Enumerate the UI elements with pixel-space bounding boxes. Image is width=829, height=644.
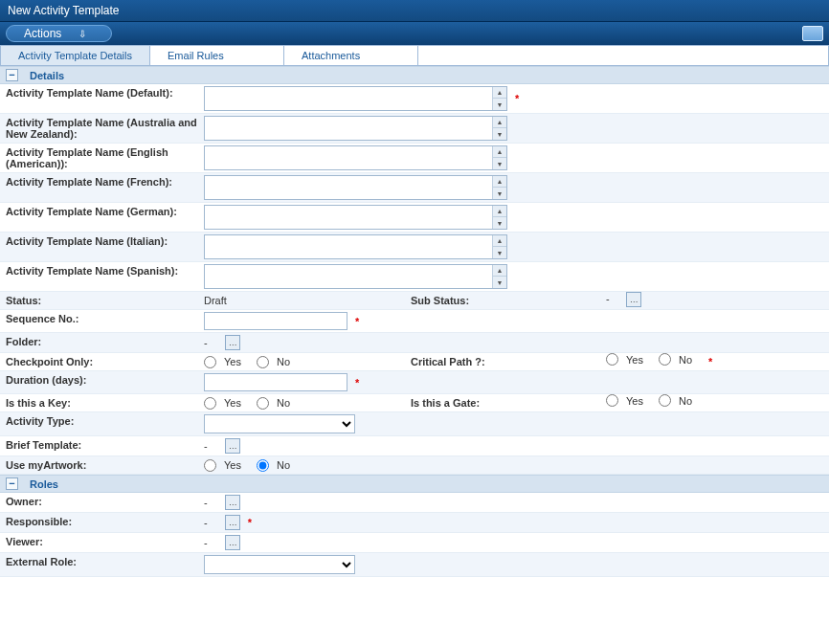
row-checkpoint: Checkpoint Only: Yes No Critical Path ?:… <box>0 353 829 371</box>
brief-template-lookup-button[interactable]: … <box>225 438 240 454</box>
spinner-up-icon[interactable]: ▲ <box>493 117 506 128</box>
label-status: Status: <box>0 292 204 309</box>
activity-type-select[interactable] <box>204 414 355 433</box>
label-name-it: Activity Template Name (Italian): <box>0 233 204 261</box>
collapse-details-button[interactable]: − <box>6 69 18 81</box>
label-name-fr: Activity Template Name (French): <box>0 173 204 202</box>
spinner-down-icon[interactable]: ▼ <box>493 277 506 288</box>
spinner-up-icon[interactable]: ▲ <box>493 87 506 99</box>
label-key: Is this a Key: <box>0 394 204 411</box>
row-status: Status: Draft Sub Status: - … <box>0 292 829 310</box>
spinner-up-icon[interactable]: ▲ <box>493 265 506 277</box>
gate-no-radio[interactable] <box>659 394 671 407</box>
row-name-en-us: Activity Template Name (English (America… <box>0 144 829 173</box>
label-checkpoint: Checkpoint Only: <box>0 353 204 370</box>
row-name-default: Activity Template Name (Default): ▲ ▼ * <box>0 84 829 114</box>
row-name-es: Activity Template Name (Spanish): ▲ ▼ <box>0 262 829 292</box>
myartwork-yes-radio[interactable] <box>204 459 216 472</box>
viewer-value: - <box>204 537 221 548</box>
critical-yes-label: Yes <box>626 354 643 366</box>
spinner-down-icon[interactable]: ▼ <box>493 128 506 140</box>
critical-yes-radio[interactable] <box>606 353 618 366</box>
spinner-up-icon[interactable]: ▲ <box>493 235 506 247</box>
row-external-role: External Role: <box>0 553 829 577</box>
gate-yes-radio[interactable] <box>606 394 618 407</box>
label-use-myartwork: Use myArtwork: <box>0 456 204 474</box>
key-yes-radio[interactable] <box>204 397 216 410</box>
label-viewer: Viewer: <box>0 533 204 552</box>
label-responsible: Responsible: <box>0 513 204 532</box>
section-header-details: − Details <box>0 66 829 84</box>
name-de-input[interactable] <box>205 206 492 229</box>
spinner-down-icon[interactable]: ▼ <box>493 158 506 169</box>
row-name-it: Activity Template Name (Italian): ▲ ▼ <box>0 233 829 262</box>
row-viewer: Viewer: - … <box>0 533 829 553</box>
window-icon <box>802 26 823 41</box>
tab-attachments[interactable]: Attachments <box>284 46 418 65</box>
spinner-down-icon[interactable]: ▼ <box>493 247 506 258</box>
critical-no-label: No <box>679 354 692 366</box>
viewer-lookup-button[interactable]: … <box>225 535 240 550</box>
spinner-up-icon[interactable]: ▲ <box>493 146 506 158</box>
owner-value: - <box>204 497 221 508</box>
collapse-roles-button[interactable]: − <box>6 477 18 490</box>
myartwork-no-radio[interactable] <box>257 459 269 472</box>
status-value: Draft <box>204 295 227 306</box>
myartwork-yes-label: Yes <box>224 459 241 471</box>
owner-lookup-button[interactable]: … <box>225 495 240 510</box>
tab-strip: Activity Template Details Email Rules At… <box>0 45 829 66</box>
key-no-radio[interactable] <box>257 397 269 410</box>
required-asterisk: * <box>515 93 519 104</box>
label-owner: Owner: <box>0 493 204 512</box>
folder-value: - <box>204 337 221 348</box>
critical-no-radio[interactable] <box>659 353 671 366</box>
tab-email-rules[interactable]: Email Rules <box>150 46 284 65</box>
row-use-myartwork: Use myArtwork: Yes No <box>0 456 829 475</box>
actions-label: Actions <box>24 27 61 40</box>
spinner-up-icon[interactable]: ▲ <box>493 206 506 217</box>
spinner-down-icon[interactable]: ▼ <box>493 188 506 199</box>
checkpoint-no-radio[interactable] <box>257 356 269 368</box>
name-default-input[interactable] <box>205 87 492 110</box>
action-bar: Actions ⇩ <box>0 22 829 45</box>
section-header-roles: − Roles <box>0 475 829 493</box>
actions-menu-button[interactable]: Actions ⇩ <box>6 25 112 42</box>
label-duration: Duration (days): <box>0 371 204 393</box>
row-folder: Folder: - … <box>0 333 829 353</box>
name-en-us-input[interactable] <box>205 146 492 169</box>
name-anz-input[interactable] <box>205 117 492 140</box>
row-name-de: Activity Template Name (German): ▲ ▼ <box>0 203 829 233</box>
myartwork-no-label: No <box>277 459 290 471</box>
spinner-up-icon[interactable]: ▲ <box>493 176 506 188</box>
duration-input[interactable] <box>204 373 347 391</box>
spinner-down-icon[interactable]: ▼ <box>493 99 506 110</box>
checkpoint-yes-radio[interactable] <box>204 356 216 368</box>
row-activity-type: Activity Type: <box>0 412 829 436</box>
substatus-lookup-button[interactable]: … <box>626 292 641 307</box>
required-asterisk: * <box>248 517 252 528</box>
checkpoint-yes-label: Yes <box>224 356 241 367</box>
checkpoint-no-label: No <box>277 356 290 367</box>
row-sequence: Sequence No.: * <box>0 310 829 333</box>
row-owner: Owner: - … <box>0 493 829 513</box>
responsible-lookup-button[interactable]: … <box>225 515 240 530</box>
label-brief-template: Brief Template: <box>0 436 204 455</box>
spinner-down-icon[interactable]: ▼ <box>493 217 506 229</box>
name-es-input[interactable] <box>205 265 492 288</box>
window-titlebar: New Activity Template <box>0 0 829 22</box>
tab-activity-template-details[interactable]: Activity Template Details <box>1 46 150 65</box>
name-fr-input[interactable] <box>205 176 492 199</box>
external-role-select[interactable] <box>204 555 355 574</box>
window-title: New Activity Template <box>8 4 120 17</box>
section-title-roles: Roles <box>30 478 58 490</box>
label-external-role: External Role: <box>0 553 204 576</box>
name-it-input[interactable] <box>205 235 492 258</box>
folder-lookup-button[interactable]: … <box>225 335 240 350</box>
key-no-label: No <box>277 397 290 409</box>
tab-spacer <box>418 46 828 65</box>
responsible-value: - <box>204 517 221 528</box>
label-gate: Is this a Gate: <box>405 394 606 411</box>
key-yes-label: Yes <box>224 397 241 409</box>
row-key-gate: Is this a Key: Yes No Is this a Gate: Ye… <box>0 394 829 412</box>
sequence-input[interactable] <box>204 312 347 330</box>
